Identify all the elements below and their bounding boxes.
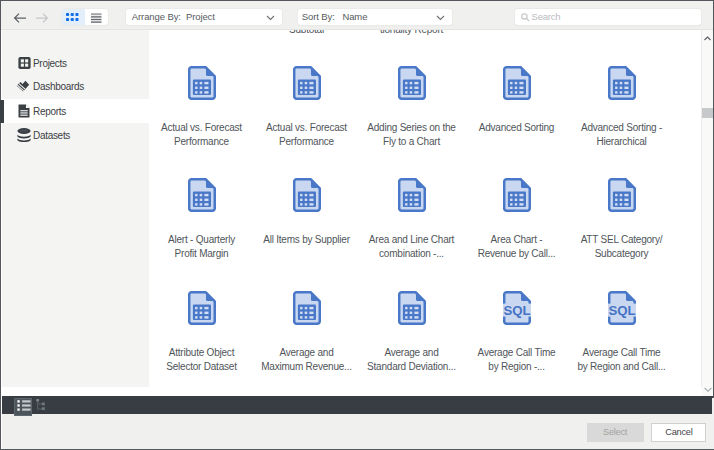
svg-text:SQL: SQL bbox=[503, 303, 530, 318]
svg-text:SQL: SQL bbox=[608, 303, 635, 318]
